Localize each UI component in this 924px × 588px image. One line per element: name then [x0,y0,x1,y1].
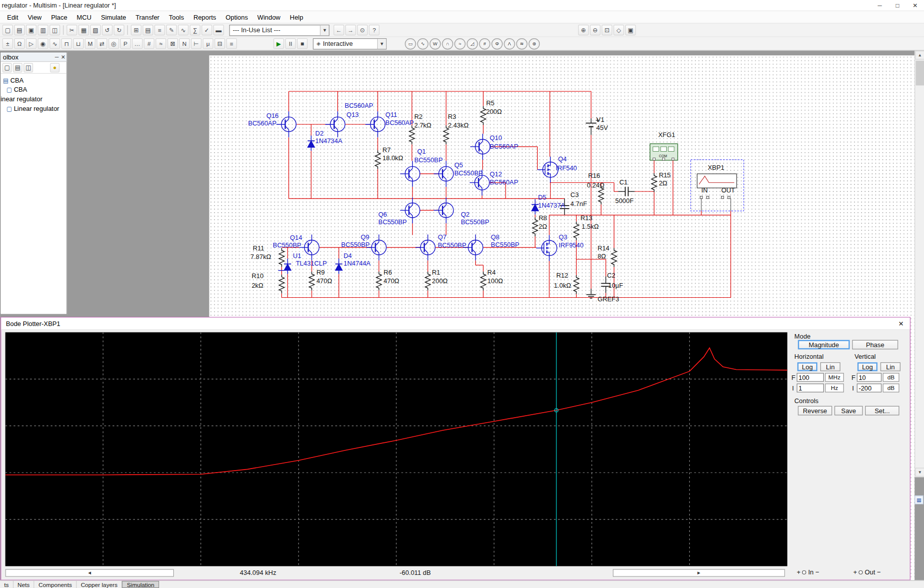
component-resistor[interactable] [309,272,315,290]
schematic-label-TL431CLP[interactable]: TL431CLP [296,259,327,267]
print-icon[interactable]: ▥ [38,25,48,35]
component-bjt[interactable] [366,111,385,137]
set-button[interactable]: Set... [865,406,899,416]
component-mosfet[interactable] [537,157,558,182]
undo-icon[interactable]: ↺ [102,25,112,35]
electrical-rules-check-icon[interactable]: ✓ [201,25,212,35]
component-bjt[interactable] [325,111,345,137]
close-icon[interactable]: ✕ [892,317,910,329]
mcu-component-icon[interactable]: μ [203,38,214,49]
mixed-icon[interactable]: ⇄ [97,38,107,49]
schematic-label-2Ω[interactable]: 2Ω [659,179,667,187]
basic-icon[interactable]: Ω [14,38,25,49]
schematic-label-R6[interactable]: R6 [384,269,392,276]
schematic-label-R1[interactable]: R1 [432,269,440,276]
tab-simulation[interactable]: Simulation [122,581,159,588]
out-jack-icon[interactable] [859,570,863,574]
component-resistor[interactable] [532,217,538,236]
schematic-label-Q8[interactable]: Q8 [491,233,500,241]
schematic-label-Q5[interactable]: Q5 [454,161,463,169]
toolbox-close-icon[interactable]: ✕ [61,54,65,60]
schematic-label-BC560AP[interactable]: BC560AP [248,119,277,127]
in-use-list-dropdown[interactable]: --- In-Use List --- ▼ [229,25,329,36]
component-resistor[interactable] [480,106,486,124]
horizontal-lin-button[interactable]: Lin [820,362,840,371]
indicator-icon[interactable]: ◎ [108,38,119,49]
schematic-label-BC560AP[interactable]: BC560AP [490,143,519,150]
menu-window[interactable]: Window [253,13,286,22]
component-resistor[interactable] [279,275,285,293]
schematic-label-Q16[interactable]: Q16 [266,112,278,119]
scroll-down-icon[interactable]: ▼ [915,468,924,477]
schematic-label-BC550BP[interactable]: BC550BP [414,156,443,164]
tab-ts[interactable]: ts [0,581,14,588]
database-manager-icon[interactable]: ≡ [155,25,165,35]
design-toolbox-icon[interactable]: ⊞ [131,25,141,35]
power-component-icon[interactable]: P [120,38,131,49]
schematic-label-1N4737A[interactable]: 1N4737A [538,202,565,209]
tab-copper-layers[interactable]: Copper layers [77,581,122,588]
schematic-label-C1[interactable]: C1 [619,178,627,186]
connector-icon[interactable]: ⊢ [191,38,201,49]
schematic-label-Q9[interactable]: Q9 [361,233,369,241]
schematic-label-100Ω[interactable]: 100Ω [487,277,503,285]
advanced-peripherals-icon[interactable]: # [144,38,155,49]
schematic-label-BC550BP[interactable]: BC550BP [378,219,407,226]
schematic-label-BC550BP[interactable]: BC550BP [341,241,370,248]
save-button[interactable]: Save [834,406,863,416]
vertical-scrollbar[interactable]: ▲ ▼ [914,51,924,478]
schematic-label-Q12[interactable]: Q12 [490,170,502,178]
postprocessor-icon[interactable]: ∑ [190,25,200,35]
schematic-label-XFG1[interactable]: XFG1 [658,131,675,139]
schematic-label-470Ω[interactable]: 470Ω [316,277,332,285]
tab-nets[interactable]: Nets [14,581,35,588]
fullscreen-icon[interactable]: ▣ [625,25,636,35]
component-bjt[interactable] [415,234,435,260]
schematic-label-BC550BP[interactable]: BC550BP [491,241,520,248]
zoom-area-icon[interactable]: ⊡ [602,25,612,35]
menu-tools[interactable]: Tools [164,13,189,22]
component-resistor[interactable] [375,150,381,169]
menu-options[interactable]: Options [221,13,253,22]
spreadsheet-view-icon[interactable]: ▤ [143,25,153,35]
schematic-label-BC560AP[interactable]: BC560AP [345,102,374,109]
horizontal-log-button[interactable]: Log [797,362,817,371]
schematic-label-R3[interactable]: R3 [448,113,456,120]
phase-button[interactable]: Phase [852,340,898,350]
component-resistor[interactable] [279,248,285,267]
schematic-label-45V[interactable]: 45V [596,124,608,132]
component-resistor[interactable] [611,248,617,267]
schematic-label-R7[interactable]: R7 [383,146,391,154]
schematic-label-OUT[interactable]: OUT [721,186,735,194]
oscilloscope-icon[interactable]: ∩ [442,38,453,49]
transistor-icon[interactable]: ◉ [38,38,48,49]
print-preview-icon[interactable]: ◫ [49,25,60,35]
schematic-label-V1[interactable]: V1 [596,116,604,123]
spectrum-analyzer-icon[interactable]: ≋ [516,38,527,49]
multimeter-icon[interactable]: ▭ [405,38,416,49]
schematic-label-BC560AP[interactable]: BC560AP [385,119,414,126]
toolbox-dock-icon[interactable]: ─ [55,54,58,60]
component-bjt[interactable] [400,161,420,186]
schematic-label-C3[interactable]: C3 [571,191,579,199]
magnitude-button[interactable]: Magnitude [798,340,850,350]
component-resistor[interactable] [376,272,382,290]
schematic-label-2Ω[interactable]: 2Ω [539,223,547,230]
save-icon[interactable]: ▣ [26,25,36,35]
schematic-label-R14[interactable]: R14 [598,244,610,252]
schematic-label-2.7kΩ[interactable]: 2.7kΩ [414,121,432,129]
forward-annotate-icon[interactable]: → [345,25,356,35]
schematic-label-200Ω[interactable]: 200Ω [432,277,448,285]
component-resistor[interactable] [574,222,579,240]
schematic-label-Q14[interactable]: Q14 [290,234,302,241]
distortion-analyzer-icon[interactable]: Λ [504,38,515,49]
component-zener-diode[interactable] [308,136,315,151]
wattmeter-icon[interactable]: W [430,38,441,49]
schematic-label-Q1[interactable]: Q1 [417,148,426,155]
component-resistor[interactable] [652,173,657,192]
electromechanical-icon[interactable]: ⊠ [167,38,178,49]
toolbox-web-icon[interactable]: ● [50,63,59,73]
find-icon[interactable]: ⊙ [357,25,368,35]
hierarchical-block-icon[interactable]: ⊟ [215,38,225,49]
frequency-counter-icon[interactable]: # [479,38,490,49]
